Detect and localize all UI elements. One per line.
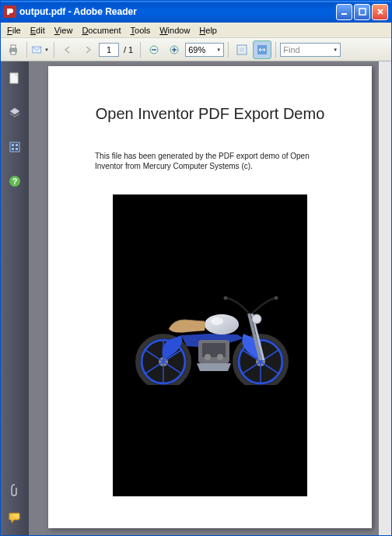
chevron-down-icon: ▼ (333, 47, 338, 52)
print-button[interactable] (4, 40, 23, 59)
svg-rect-15 (10, 142, 19, 152)
pages-panel-button[interactable] (5, 69, 24, 88)
svg-point-50 (275, 296, 278, 300)
window-title: output.pdf - Adobe Reader (19, 6, 336, 17)
envelope-button[interactable]: ▼ (31, 40, 50, 59)
svg-point-49 (224, 296, 228, 300)
help-button[interactable]: ? (5, 172, 24, 191)
zoom-level-select[interactable]: 69%▼ (185, 43, 224, 57)
menubar: File Edit View Document Tools Window Hel… (1, 23, 391, 38)
svg-rect-8 (152, 49, 156, 50)
next-page-button[interactable] (79, 40, 97, 59)
comments-button[interactable] (5, 509, 24, 527)
menu-view[interactable]: View (50, 24, 78, 37)
page-total-label: / 1 (121, 45, 136, 54)
sidebar: ? (1, 61, 29, 535)
svg-rect-5 (11, 51, 16, 54)
pdf-page: Open Inventor PDF Export Demo This file … (48, 66, 372, 528)
window-controls (336, 4, 388, 20)
attachments-button[interactable] (5, 481, 24, 499)
zoom-out-button[interactable] (145, 40, 163, 59)
document-body-text: This file has been generated by the PDF … (72, 151, 348, 171)
titlebar: output.pdf - Adobe Reader (1, 1, 391, 23)
separator (275, 42, 276, 58)
bookmarks-panel-button[interactable] (5, 138, 24, 156)
svg-point-51 (252, 314, 261, 324)
menu-edit[interactable]: Edit (26, 24, 50, 37)
toolbar: ▼ / 1 69%▼ Find▼ (1, 38, 391, 61)
menu-document[interactable]: Document (77, 24, 125, 37)
vertical-scrollbar[interactable] (379, 61, 391, 535)
chevron-down-icon: ▼ (216, 47, 221, 52)
close-button[interactable] (372, 4, 388, 20)
svg-rect-11 (174, 47, 175, 52)
svg-rect-18 (16, 144, 18, 146)
svg-rect-19 (16, 148, 18, 150)
fit-width-button[interactable] (253, 40, 271, 59)
embedded-3d-view[interactable] (113, 194, 307, 496)
zoom-in-button[interactable] (165, 40, 184, 59)
separator (140, 42, 141, 58)
fit-page-button[interactable] (233, 40, 251, 59)
svg-rect-4 (11, 45, 16, 48)
svg-point-42 (205, 354, 211, 360)
document-title: Open Inventor PDF Export Demo (72, 105, 348, 123)
svg-rect-2 (359, 9, 366, 15)
separator (54, 42, 54, 58)
page-number-input[interactable] (99, 43, 119, 57)
svg-text:?: ? (12, 177, 18, 186)
separator (228, 42, 229, 58)
minimize-button[interactable] (336, 4, 352, 20)
motorcycle-3d-model (121, 276, 299, 385)
find-input[interactable]: Find▼ (280, 43, 341, 57)
maximize-button[interactable] (354, 4, 370, 20)
svg-rect-16 (12, 144, 14, 146)
svg-rect-17 (12, 148, 14, 150)
layers-panel-button[interactable] (5, 103, 24, 122)
menu-window[interactable]: Window (155, 24, 194, 37)
app-icon (4, 5, 16, 18)
menu-file[interactable]: File (2, 24, 26, 37)
prev-page-button[interactable] (58, 40, 77, 59)
svg-point-45 (205, 314, 239, 335)
document-viewport[interactable]: Open Inventor PDF Export Demo This file … (29, 61, 391, 535)
svg-point-46 (211, 317, 223, 325)
svg-point-43 (217, 354, 223, 360)
svg-rect-14 (10, 73, 18, 83)
content-area: ? Open Inventor PDF Export Demo This fil… (1, 61, 391, 535)
menu-tools[interactable]: Tools (126, 24, 156, 37)
chevron-down-icon: ▼ (44, 47, 49, 52)
svg-rect-1 (341, 13, 347, 15)
separator (26, 42, 27, 58)
menu-help[interactable]: Help (194, 24, 222, 37)
